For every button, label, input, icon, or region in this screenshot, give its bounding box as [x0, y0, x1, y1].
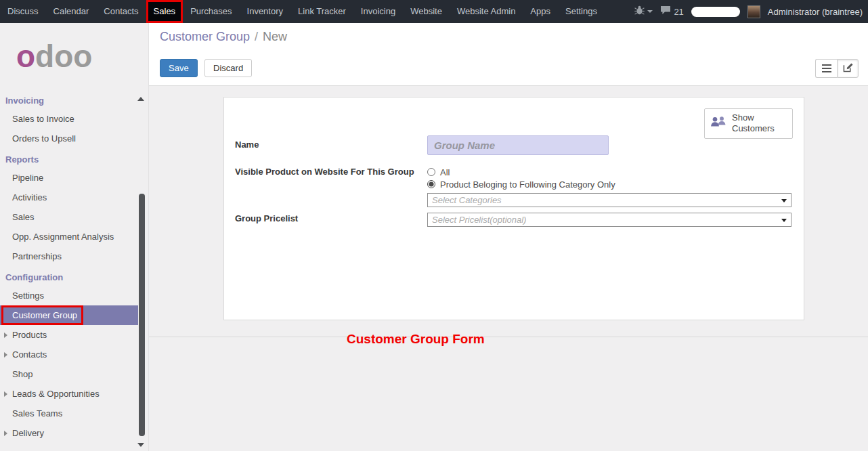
view-switcher — [815, 59, 859, 78]
status-pill[interactable] — [691, 7, 740, 17]
sidebar-item-pipeline[interactable]: Pipeline — [0, 168, 138, 188]
user-menu[interactable]: Administrator (braintree) — [768, 7, 864, 17]
form-view-area: Show Customers Name Visible Product on W… — [149, 97, 868, 337]
breadcrumb-current: New — [263, 30, 287, 43]
breadcrumb-parent-link[interactable]: Customer Group — [160, 30, 250, 43]
list-view-icon — [822, 64, 831, 72]
menu-website[interactable]: Website — [403, 0, 450, 23]
sidebar-item-leads-opportunities[interactable]: Leads & Opportunities — [0, 384, 138, 404]
menu-link-tracker[interactable]: Link Tracker — [290, 0, 353, 23]
scroll-down-arrow-icon[interactable] — [137, 443, 144, 447]
sidebar-item-orders-to-upsell[interactable]: Orders to Upsell — [0, 129, 138, 148]
categories-label-spacer — [235, 193, 427, 207]
menu-purchases[interactable]: Purchases — [183, 0, 239, 23]
pricelist-label: Group Pricelist — [235, 213, 427, 227]
radio-all-label: All — [440, 167, 450, 177]
sidebar-menu: Invoicing Sales to Invoice Orders to Ups… — [0, 89, 138, 443]
sidebar-item-contacts[interactable]: Contacts — [0, 345, 138, 364]
sidebar-item-settings[interactable]: Settings — [0, 286, 138, 305]
form-view-button[interactable] — [837, 59, 859, 78]
sidebar-item-sales-teams[interactable]: Sales Teams — [0, 404, 138, 423]
name-label: Name — [235, 135, 427, 155]
messages-indicator[interactable]: 21 — [660, 5, 683, 18]
sidebar: odoo Invoicing Sales to Invoice Orders t… — [0, 23, 149, 451]
menu-invoicing[interactable]: Invoicing — [353, 0, 403, 23]
list-view-button[interactable] — [815, 59, 837, 78]
visibility-radio-group: All Product Beloging to Following Catego… — [427, 166, 615, 190]
main-content: Customer Group/New Save Discard — [149, 23, 868, 451]
sidebar-item-sales-to-invoice[interactable]: Sales to Invoice — [0, 109, 138, 129]
discard-button[interactable]: Discard — [204, 59, 252, 77]
menu-calendar[interactable]: Calendar — [46, 0, 97, 23]
pricelist-select[interactable]: Select Pricelist(optional) — [427, 213, 791, 227]
sidebar-item-sales[interactable]: Sales — [0, 207, 138, 227]
message-count: 21 — [674, 7, 683, 17]
form-edit-icon — [843, 62, 853, 75]
radio-option-all[interactable]: All — [427, 166, 615, 178]
sidebar-item-customer-group[interactable]: Customer Group — [0, 305, 138, 325]
section-configuration: Configuration — [0, 266, 138, 286]
menu-inventory[interactable]: Inventory — [240, 0, 290, 23]
sidebar-item-opp-assignment-analysis[interactable]: Opp. Assignment Analysis — [0, 227, 138, 246]
visibility-field-row: Visible Product on Website For This Grou… — [235, 166, 793, 190]
bug-icon — [634, 5, 645, 18]
menu-apps[interactable]: Apps — [523, 0, 558, 23]
categories-select[interactable]: Select Categories — [427, 193, 791, 207]
sidebar-item-delivery[interactable]: Delivery — [0, 423, 138, 443]
menu-sales[interactable]: Sales — [146, 0, 183, 23]
group-name-input[interactable] — [427, 135, 609, 155]
menu-settings[interactable]: Settings — [558, 0, 605, 23]
pricelist-field-row: Group Pricelist Select Pricelist(optiona… — [235, 213, 793, 227]
logo-rest: doo — [35, 39, 92, 74]
visibility-label: Visible Product on Website For This Grou… — [235, 166, 427, 190]
section-invoicing: Invoicing — [0, 89, 138, 109]
chat-bubble-icon — [660, 5, 671, 18]
sidebar-item-activities[interactable]: Activities — [0, 188, 138, 207]
section-reports: Reports — [0, 148, 138, 168]
save-button[interactable]: Save — [160, 59, 198, 77]
top-navbar: Discuss Calendar Contacts Sales Purchase… — [0, 0, 868, 23]
show-customers-label: Show Customers — [732, 112, 787, 135]
breadcrumb: Customer Group/New — [149, 23, 868, 44]
breadcrumb-separator: / — [255, 30, 258, 43]
chevron-down-icon — [647, 10, 653, 13]
sidebar-item-products[interactable]: Products — [0, 325, 138, 345]
menu-discuss[interactable]: Discuss — [0, 0, 46, 23]
debug-menu[interactable] — [634, 5, 653, 18]
scroll-up-arrow-icon[interactable] — [137, 97, 144, 101]
radio-category-input[interactable] — [427, 180, 435, 188]
sidebar-item-partnerships[interactable]: Partnerships — [0, 246, 138, 266]
logo-first-letter: o — [16, 39, 35, 74]
control-panel: Customer Group/New Save Discard — [149, 23, 868, 86]
user-avatar[interactable] — [747, 5, 760, 18]
sidebar-item-label: Customer Group — [12, 310, 77, 320]
show-customers-button[interactable]: Show Customers — [704, 108, 793, 139]
sidebar-scrollbar-thumb[interactable] — [139, 194, 145, 436]
radio-category-label: Product Beloging to Following Category O… — [440, 179, 615, 190]
form-action-buttons: Save Discard — [160, 59, 252, 77]
radio-option-category-only[interactable]: Product Beloging to Following Category O… — [427, 178, 615, 190]
menu-contacts[interactable]: Contacts — [96, 0, 146, 23]
customers-group-icon — [710, 116, 726, 131]
odoo-logo: odoo — [16, 41, 148, 72]
categories-field-row: Select Categories — [235, 193, 793, 207]
sidebar-item-shop[interactable]: Shop — [0, 364, 138, 384]
topbar-right-cluster: 21 Administrator (braintree) — [634, 5, 868, 18]
menu-website-admin[interactable]: Website Admin — [450, 0, 523, 23]
form-sheet: Show Customers Name Visible Product on W… — [223, 97, 804, 320]
annotation-caption: Customer Group Form — [347, 332, 485, 347]
radio-all-input[interactable] — [427, 168, 435, 176]
